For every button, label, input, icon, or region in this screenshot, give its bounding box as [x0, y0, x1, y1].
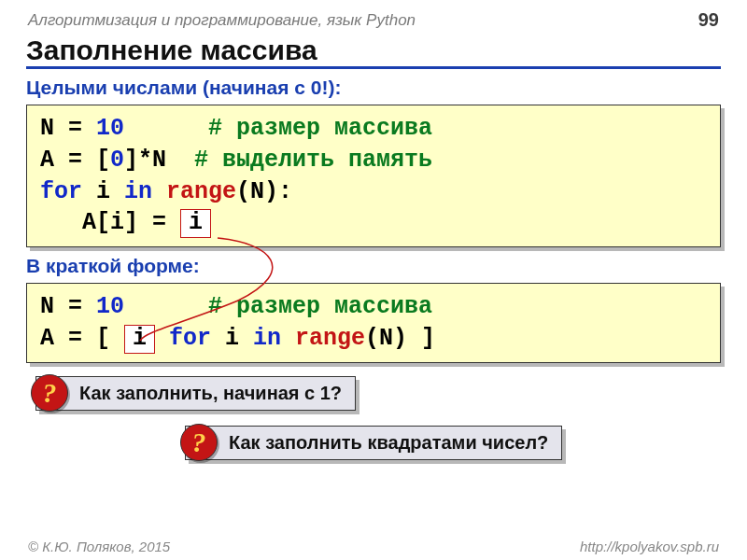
c2l2f: (N) ]: [365, 325, 435, 352]
c2l2a: A = [: [40, 325, 124, 352]
page-number: 99: [698, 9, 719, 31]
c1l3b: i: [82, 178, 124, 205]
c1l3e: (N):: [236, 178, 292, 205]
question-text-2: Как заполнить квадратами чисел?: [229, 432, 548, 453]
course-title: Алгоритмизация и программирование, язык …: [28, 11, 416, 30]
c1l1c: # размер массива: [124, 115, 432, 142]
footer-url: http://kpolyakov.spb.ru: [580, 539, 719, 554]
boxed-i-2: i: [124, 325, 155, 354]
c1l3d: range: [152, 178, 236, 205]
question-text-1: Как заполнить, начиная с 1?: [79, 383, 342, 403]
c1l2b: 0: [110, 147, 124, 174]
code-block-short: N = 10 # размер массива A = [ i for i in…: [26, 283, 721, 363]
c1l3c: in: [124, 178, 152, 205]
c2l1c: # размер массива: [124, 293, 432, 320]
c1l2a: A = [: [40, 147, 110, 174]
c1l1b: 10: [96, 115, 124, 142]
footer: © К.Ю. Поляков, 2015 http://kpolyakov.sp…: [0, 539, 747, 554]
code-block-long: N = 10 # размер массива A = [0]*N # выде…: [26, 105, 721, 247]
subtitle-integers: Целыми числами (начиная с 0!):: [26, 77, 721, 99]
c1l1a: N =: [40, 115, 96, 142]
top-bar: Алгоритмизация и программирование, язык …: [0, 0, 747, 35]
question-mark-icon: ?: [31, 374, 68, 412]
question-mark-icon: ?: [180, 424, 218, 461]
question-box-2: ? Как заполнить квадратами чисел?: [185, 426, 562, 460]
c1l3a: for: [40, 178, 82, 205]
c1l4a: A[i] =: [40, 209, 180, 236]
question-box-1: ? Как заполнить, начиная с 1?: [35, 376, 356, 411]
c1l2c: ]*N: [124, 147, 194, 174]
subtitle-short: В краткой форме:: [26, 255, 721, 277]
page-title: Заполнение массива: [26, 35, 721, 69]
c2l1b: 10: [96, 293, 124, 320]
c2l1a: N =: [40, 293, 96, 320]
footer-copyright: © К.Ю. Поляков, 2015: [28, 539, 170, 554]
c2l2b: for: [155, 325, 211, 352]
c2l2e: range: [281, 325, 365, 352]
boxed-i-1: i: [180, 209, 211, 238]
c1l2d: # выделить память: [194, 147, 432, 174]
c2l2c: i: [211, 325, 253, 352]
c2l2d: in: [253, 325, 281, 352]
